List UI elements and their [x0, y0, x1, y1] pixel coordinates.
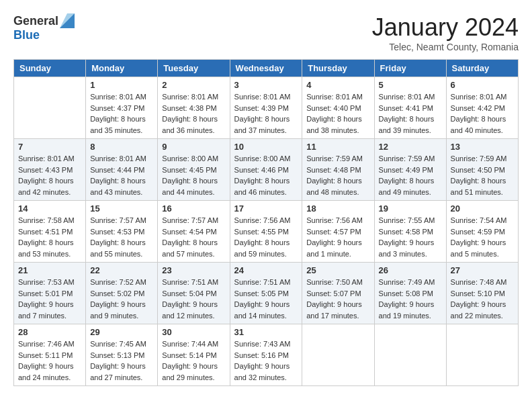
calendar-header-row: SundayMondayTuesdayWednesdayThursdayFrid… [14, 60, 519, 77]
day-info: Sunrise: 7:52 AM Sunset: 5:02 PM Dayligh… [90, 277, 153, 321]
calendar-cell: 20Sunrise: 7:54 AM Sunset: 4:59 PM Dayli… [446, 201, 518, 263]
day-number: 23 [162, 265, 225, 275]
page-header: General Blue January 2024 Telec, Neamt C… [13, 13, 519, 52]
day-number: 2 [162, 80, 225, 90]
calendar-cell: 19Sunrise: 7:55 AM Sunset: 4:58 PM Dayli… [374, 201, 446, 263]
calendar-cell: 8Sunrise: 8:01 AM Sunset: 4:44 PM Daylig… [86, 139, 158, 201]
day-header: Thursday [302, 60, 374, 77]
calendar-cell: 22Sunrise: 7:52 AM Sunset: 5:02 PM Dayli… [86, 263, 158, 324]
calendar-cell: 17Sunrise: 7:56 AM Sunset: 4:55 PM Dayli… [230, 201, 302, 263]
day-number: 17 [234, 203, 298, 214]
day-info: Sunrise: 7:48 AM Sunset: 5:10 PM Dayligh… [451, 277, 514, 321]
day-number: 1 [90, 80, 153, 90]
svg-marker-1 [60, 13, 75, 28]
calendar-cell: 28Sunrise: 7:46 AM Sunset: 5:11 PM Dayli… [14, 324, 86, 386]
day-number: 4 [306, 80, 369, 90]
day-info: Sunrise: 7:54 AM Sunset: 4:59 PM Dayligh… [451, 215, 514, 259]
day-info: Sunrise: 7:46 AM Sunset: 5:11 PM Dayligh… [18, 338, 81, 383]
day-info: Sunrise: 8:01 AM Sunset: 4:39 PM Dayligh… [234, 91, 298, 136]
day-header: Sunday [14, 60, 86, 77]
day-info: Sunrise: 7:59 AM Sunset: 4:50 PM Dayligh… [451, 153, 514, 197]
logo-icon [60, 13, 75, 28]
day-info: Sunrise: 7:43 AM Sunset: 5:16 PM Dayligh… [234, 338, 298, 383]
calendar-cell: 23Sunrise: 7:51 AM Sunset: 5:04 PM Dayli… [158, 263, 230, 324]
day-info: Sunrise: 7:57 AM Sunset: 4:54 PM Dayligh… [162, 215, 225, 259]
title-block: January 2024 Telec, Neamt County, Romani… [372, 13, 519, 52]
day-number: 21 [18, 265, 81, 275]
calendar-cell: 16Sunrise: 7:57 AM Sunset: 4:54 PM Dayli… [158, 201, 230, 263]
day-header: Monday [86, 60, 158, 77]
day-info: Sunrise: 7:56 AM Sunset: 4:57 PM Dayligh… [306, 215, 369, 259]
calendar-cell: 18Sunrise: 7:56 AM Sunset: 4:57 PM Dayli… [302, 201, 374, 263]
day-info: Sunrise: 7:53 AM Sunset: 5:01 PM Dayligh… [18, 277, 81, 321]
calendar-cell: 11Sunrise: 7:59 AM Sunset: 4:48 PM Dayli… [302, 139, 374, 201]
day-header: Tuesday [158, 60, 230, 77]
day-number: 19 [379, 203, 442, 214]
calendar-cell: 15Sunrise: 7:57 AM Sunset: 4:53 PM Dayli… [86, 201, 158, 263]
calendar-cell: 1Sunrise: 8:01 AM Sunset: 4:37 PM Daylig… [86, 77, 158, 139]
calendar-week-row: 7Sunrise: 8:01 AM Sunset: 4:43 PM Daylig… [14, 139, 519, 201]
day-number: 26 [379, 265, 442, 275]
calendar-cell: 3Sunrise: 8:01 AM Sunset: 4:39 PM Daylig… [230, 77, 302, 139]
calendar-week-row: 28Sunrise: 7:46 AM Sunset: 5:11 PM Dayli… [14, 324, 519, 386]
calendar-cell [302, 324, 374, 386]
logo-general-text: General [13, 14, 58, 28]
calendar-week-row: 21Sunrise: 7:53 AM Sunset: 5:01 PM Dayli… [14, 263, 519, 324]
calendar-cell: 21Sunrise: 7:53 AM Sunset: 5:01 PM Dayli… [14, 263, 86, 324]
calendar-cell: 12Sunrise: 7:59 AM Sunset: 4:49 PM Dayli… [374, 139, 446, 201]
day-info: Sunrise: 8:01 AM Sunset: 4:43 PM Dayligh… [18, 153, 81, 197]
day-info: Sunrise: 7:51 AM Sunset: 5:04 PM Dayligh… [162, 277, 225, 321]
day-number: 22 [90, 265, 153, 275]
month-title: January 2024 [372, 13, 519, 42]
calendar-cell: 26Sunrise: 7:49 AM Sunset: 5:08 PM Dayli… [374, 263, 446, 324]
calendar-table: SundayMondayTuesdayWednesdayThursdayFrid… [13, 59, 519, 386]
day-info: Sunrise: 8:00 AM Sunset: 4:45 PM Dayligh… [162, 153, 225, 197]
day-number: 13 [451, 142, 514, 152]
day-info: Sunrise: 7:50 AM Sunset: 5:07 PM Dayligh… [306, 277, 369, 321]
day-number: 7 [18, 142, 81, 152]
day-info: Sunrise: 7:58 AM Sunset: 4:51 PM Dayligh… [18, 215, 81, 259]
day-number: 27 [451, 265, 514, 275]
day-number: 30 [162, 327, 225, 337]
calendar-cell: 30Sunrise: 7:44 AM Sunset: 5:14 PM Dayli… [158, 324, 230, 386]
calendar-cell: 9Sunrise: 8:00 AM Sunset: 4:45 PM Daylig… [158, 139, 230, 201]
logo-blue-text: Blue [13, 28, 40, 42]
day-number: 18 [306, 203, 369, 214]
day-info: Sunrise: 8:01 AM Sunset: 4:41 PM Dayligh… [379, 91, 442, 136]
day-info: Sunrise: 7:44 AM Sunset: 5:14 PM Dayligh… [162, 338, 225, 383]
day-number: 25 [306, 265, 369, 275]
calendar-cell: 13Sunrise: 7:59 AM Sunset: 4:50 PM Dayli… [446, 139, 518, 201]
day-info: Sunrise: 8:01 AM Sunset: 4:44 PM Dayligh… [90, 153, 153, 197]
calendar-cell: 2Sunrise: 8:01 AM Sunset: 4:38 PM Daylig… [158, 77, 230, 139]
calendar-week-row: 14Sunrise: 7:58 AM Sunset: 4:51 PM Dayli… [14, 201, 519, 263]
calendar-week-row: 1Sunrise: 8:01 AM Sunset: 4:37 PM Daylig… [14, 77, 519, 139]
day-header: Friday [374, 60, 446, 77]
day-info: Sunrise: 7:59 AM Sunset: 4:48 PM Dayligh… [306, 153, 369, 197]
day-info: Sunrise: 8:01 AM Sunset: 4:42 PM Dayligh… [451, 91, 514, 136]
location-text: Telec, Neamt County, Romania [372, 42, 519, 52]
day-info: Sunrise: 7:45 AM Sunset: 5:13 PM Dayligh… [90, 338, 153, 383]
day-info: Sunrise: 7:59 AM Sunset: 4:49 PM Dayligh… [379, 153, 442, 197]
day-number: 28 [18, 327, 81, 337]
logo: General Blue [13, 13, 75, 42]
calendar-cell: 10Sunrise: 8:00 AM Sunset: 4:46 PM Dayli… [230, 139, 302, 201]
day-info: Sunrise: 7:56 AM Sunset: 4:55 PM Dayligh… [234, 215, 298, 259]
day-number: 20 [451, 203, 514, 214]
day-number: 24 [234, 265, 298, 275]
day-info: Sunrise: 8:00 AM Sunset: 4:46 PM Dayligh… [234, 153, 298, 197]
calendar-cell: 25Sunrise: 7:50 AM Sunset: 5:07 PM Dayli… [302, 263, 374, 324]
day-number: 3 [234, 80, 298, 90]
day-number: 11 [306, 142, 369, 152]
day-number: 8 [90, 142, 153, 152]
day-info: Sunrise: 8:01 AM Sunset: 4:37 PM Dayligh… [90, 91, 153, 136]
day-number: 5 [379, 80, 442, 90]
calendar-cell [446, 324, 518, 386]
day-number: 16 [162, 203, 225, 214]
calendar-cell: 31Sunrise: 7:43 AM Sunset: 5:16 PM Dayli… [230, 324, 302, 386]
day-number: 15 [90, 203, 153, 214]
day-header: Saturday [446, 60, 518, 77]
day-number: 29 [90, 327, 153, 337]
day-number: 31 [234, 327, 298, 337]
calendar-cell: 4Sunrise: 8:01 AM Sunset: 4:40 PM Daylig… [302, 77, 374, 139]
calendar-cell [14, 77, 86, 139]
